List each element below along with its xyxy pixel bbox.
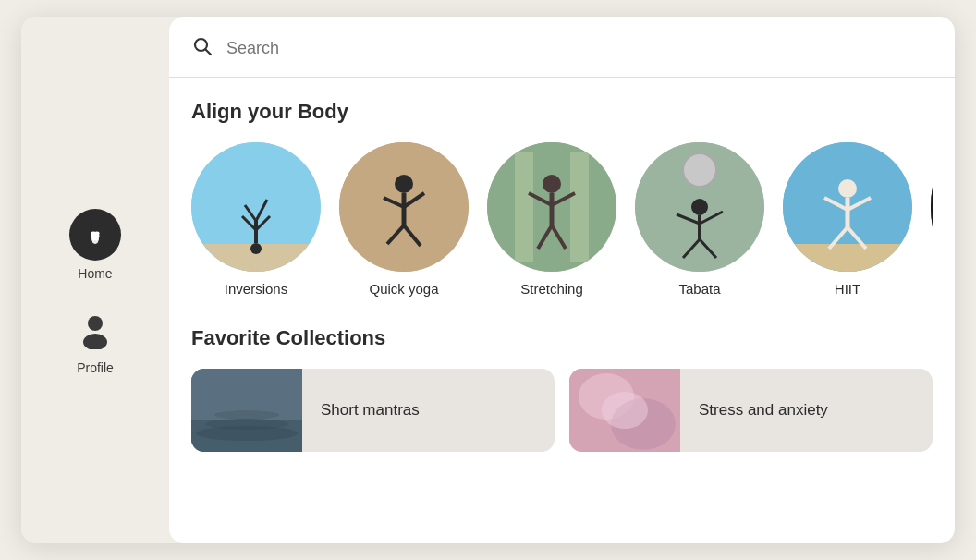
category-inversions[interactable]: Inversions (191, 142, 321, 297)
sidebar: Home Profile (21, 17, 169, 543)
inversions-label: Inversions (225, 281, 287, 297)
category-hiit[interactable]: HIIT (783, 142, 912, 297)
home-icon-bg (69, 209, 121, 261)
svg-rect-26 (515, 152, 533, 262)
favorites-section-title: Favorite Collections (191, 326, 933, 350)
stretching-label: Stretching (520, 281, 583, 297)
hiit-circle (783, 142, 912, 272)
align-section: Align your Body (191, 100, 933, 297)
anxiety-thumb (569, 369, 680, 452)
align-section-title: Align your Body (191, 100, 933, 124)
tabata-label: Tabata (678, 281, 720, 297)
stretching-circle (487, 142, 616, 272)
content-area: Align your Body (169, 78, 955, 543)
collections-row: Short mantras Stress and (191, 369, 933, 452)
app-container: Home Profile (21, 17, 955, 543)
svg-rect-59 (191, 420, 302, 452)
sidebar-item-home[interactable]: Home (40, 201, 151, 288)
quickyoga-circle (339, 142, 469, 272)
categories-row: Inversions (191, 142, 933, 297)
search-container (169, 17, 955, 78)
svg-point-5 (92, 234, 98, 239)
home-icon (82, 222, 108, 248)
anxiety-label: Stress and anxiety (680, 401, 847, 420)
home-label: Home (78, 266, 112, 281)
tabata-circle (635, 142, 764, 272)
inversions-circle (191, 142, 321, 272)
svg-point-19 (395, 175, 413, 193)
svg-point-35 (683, 153, 716, 187)
category-tabata[interactable]: Tabata (635, 142, 764, 297)
profile-icon (75, 309, 116, 349)
category-quickyoga[interactable]: Quick yoga (339, 142, 469, 297)
favorites-section: Favorite Collections (191, 326, 933, 452)
hiit-label: HIIT (835, 281, 860, 297)
search-input[interactable] (226, 39, 933, 58)
svg-point-28 (543, 175, 561, 193)
category-stretching[interactable]: Stretching (487, 142, 616, 297)
svg-line-9 (206, 50, 212, 55)
collection-anxiety[interactable]: Stress and anxiety (569, 369, 933, 452)
sidebar-item-profile[interactable]: Profile (40, 296, 151, 383)
svg-point-12 (250, 243, 262, 254)
profile-icon-bg (69, 303, 121, 355)
collection-mantras[interactable]: Short mantras (191, 369, 555, 452)
quickyoga-label: Quick yoga (369, 281, 438, 297)
svg-point-7 (83, 334, 107, 349)
mantras-thumb (191, 369, 302, 452)
svg-rect-27 (570, 152, 589, 262)
svg-point-36 (691, 199, 708, 215)
svg-point-63 (602, 392, 648, 429)
svg-point-6 (88, 316, 103, 331)
svg-point-44 (838, 179, 857, 198)
svg-rect-43 (783, 244, 912, 272)
search-bar (191, 35, 933, 77)
mantras-label: Short mantras (302, 401, 438, 420)
main-content: Align your Body (169, 17, 955, 543)
profile-label: Profile (77, 360, 114, 375)
search-icon (191, 35, 214, 62)
svg-point-58 (214, 410, 279, 420)
svg-rect-50 (931, 170, 933, 244)
prenatal-circle (931, 142, 933, 272)
category-prenatal[interactable]: Pre-nat... (931, 142, 933, 297)
